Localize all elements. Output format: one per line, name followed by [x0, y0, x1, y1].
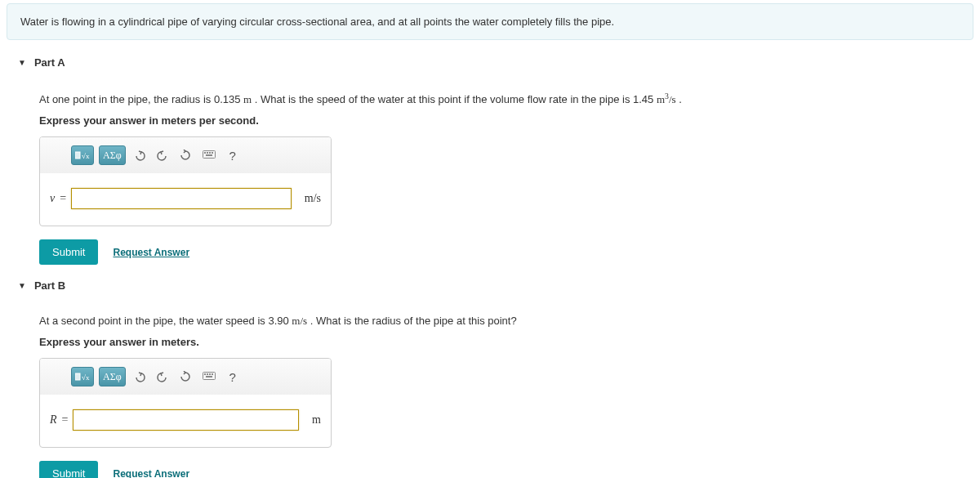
help-button[interactable]: ?: [224, 367, 242, 386]
svg-rect-7: [212, 152, 213, 154]
part-a-instruction: Express your answer in meters per second…: [39, 114, 973, 127]
undo-button[interactable]: [131, 367, 149, 386]
units-a: m/s: [305, 192, 321, 205]
request-answer-b[interactable]: Request Answer: [113, 468, 189, 478]
input-row-b: R = m: [40, 395, 331, 447]
chevron-down-icon: ▼: [18, 58, 26, 67]
input-row-a: v = m/s: [40, 173, 331, 226]
problem-intro: Water is flowing in a cylindrical pipe o…: [7, 3, 973, 40]
undo-button[interactable]: [131, 145, 149, 165]
svg-rect-9: [75, 373, 80, 380]
part-a-question: At one point in the pipe, the radius is …: [39, 92, 973, 106]
greek-button[interactable]: ΑΣφ: [99, 367, 126, 386]
keyboard-button[interactable]: [199, 145, 219, 165]
svg-rect-14: [207, 373, 208, 375]
redo-button[interactable]: [154, 145, 172, 165]
part-b-header[interactable]: ▼ Part B: [7, 279, 973, 292]
part-a-body: At one point in the pipe, the radius is …: [7, 69, 973, 265]
svg-rect-15: [209, 373, 211, 375]
keyboard-button[interactable]: [199, 367, 219, 386]
toolbar-b: √x ΑΣφ ?: [40, 359, 331, 395]
greek-button[interactable]: ΑΣφ: [99, 145, 126, 165]
answer-input-b[interactable]: [73, 409, 299, 431]
svg-text:√x: √x: [82, 152, 90, 160]
part-b-question: At a second point in the pipe, the water…: [39, 315, 973, 328]
answer-input-a[interactable]: [71, 188, 292, 209]
answer-card-b: √x ΑΣφ ? R =: [39, 358, 332, 448]
submit-button-b[interactable]: Submit: [39, 461, 98, 478]
part-b-title: Part B: [34, 279, 65, 292]
part-b-body: At a second point in the pipe, the water…: [7, 292, 973, 478]
redo-button[interactable]: [154, 367, 172, 386]
svg-rect-13: [204, 373, 206, 375]
toolbar-a: √x ΑΣφ ?: [40, 137, 331, 173]
chevron-down-icon: ▼: [18, 281, 26, 290]
answer-card-a: √x ΑΣφ ? v =: [39, 136, 332, 226]
help-button[interactable]: ?: [224, 145, 242, 165]
units-b: m: [312, 413, 321, 427]
actions-a: Submit Request Answer: [39, 239, 973, 265]
eq-a: =: [60, 192, 66, 205]
templates-button[interactable]: √x: [71, 145, 94, 165]
var-label-a: v: [50, 192, 55, 205]
templates-button[interactable]: √x: [71, 367, 94, 386]
var-label-b: R: [50, 413, 57, 427]
reset-button[interactable]: [176, 367, 194, 386]
svg-rect-6: [209, 152, 211, 154]
svg-rect-8: [206, 154, 212, 156]
intro-text: Water is flowing in a cylindrical pipe o…: [20, 16, 614, 28]
submit-button-a[interactable]: Submit: [39, 239, 98, 265]
reset-button[interactable]: [176, 145, 194, 165]
part-a-title: Part A: [34, 56, 65, 69]
part-a-header[interactable]: ▼ Part A: [7, 56, 973, 69]
svg-rect-5: [207, 152, 208, 154]
svg-text:√x: √x: [82, 373, 90, 382]
svg-rect-17: [206, 376, 212, 377]
svg-rect-16: [212, 373, 213, 375]
eq-b: =: [62, 413, 69, 427]
actions-b: Submit Request Answer: [39, 461, 973, 478]
part-b: ▼ Part B At a second point in the pipe, …: [7, 279, 973, 478]
part-a: ▼ Part A At one point in the pipe, the r…: [7, 56, 973, 265]
svg-rect-0: [75, 152, 80, 159]
part-b-instruction: Express your answer in meters.: [39, 336, 973, 348]
svg-rect-4: [204, 152, 206, 154]
request-answer-a[interactable]: Request Answer: [113, 247, 189, 258]
